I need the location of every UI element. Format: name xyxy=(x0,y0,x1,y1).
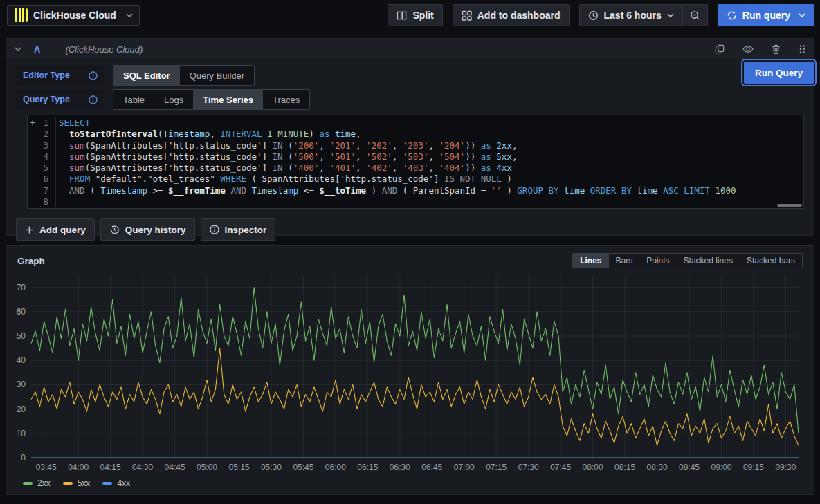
add-query-label: Add query xyxy=(39,225,86,235)
inspector-button[interactable]: Inspector xyxy=(201,218,276,241)
add-query-button[interactable]: Add query xyxy=(16,218,95,241)
line-number: 2 xyxy=(37,129,48,140)
datasource-picker[interactable]: ClickHouse Cloud xyxy=(7,5,140,26)
info-icon xyxy=(210,225,219,234)
gutter-space xyxy=(28,185,37,196)
add-line-icon[interactable]: + xyxy=(28,118,37,129)
legend-label: 2xx xyxy=(37,478,51,488)
legend-swatch xyxy=(23,482,33,485)
query-row-header: A (ClickHouse Cloud) xyxy=(6,39,814,59)
run-query-button[interactable]: Run query xyxy=(718,4,814,26)
time-range-label: Last 6 hours xyxy=(604,10,662,21)
svg-text:08:30: 08:30 xyxy=(647,463,668,472)
zoom-out-time-button[interactable] xyxy=(683,4,708,26)
viz-option-lines[interactable]: Lines xyxy=(573,254,608,268)
legend-swatch xyxy=(102,482,112,485)
query-ref-id[interactable]: A xyxy=(34,44,40,55)
run-query-editor-button[interactable]: Run Query xyxy=(744,62,814,84)
tab-sql-editor[interactable]: SQL Editor xyxy=(113,66,180,85)
svg-text:07:30: 07:30 xyxy=(518,463,539,472)
viz-option-stacked-lines[interactable]: Stacked lines xyxy=(677,254,740,268)
zoom-out-icon xyxy=(690,10,700,21)
chevron-down-icon xyxy=(126,13,133,17)
tab-table[interactable]: Table xyxy=(113,90,154,109)
drag-handle-icon[interactable] xyxy=(799,44,805,54)
tab-traces[interactable]: Traces xyxy=(263,90,309,109)
line-number: 7 xyxy=(37,185,48,196)
gutter-space xyxy=(28,196,37,207)
query-type-switch: Table Logs Time Series Traces xyxy=(113,89,310,110)
svg-text:04:00: 04:00 xyxy=(68,463,89,472)
split-button[interactable]: Split xyxy=(388,4,442,26)
query-history-label: Query history xyxy=(125,225,186,235)
code-line: 8 xyxy=(28,196,803,207)
svg-text:07:00: 07:00 xyxy=(454,463,475,472)
svg-text:03:45: 03:45 xyxy=(36,463,57,472)
graph-title: Graph xyxy=(17,256,45,266)
query-editor-panel: A (ClickHouse Cloud) Run Query Editor Ty… xyxy=(6,38,814,236)
info-icon[interactable] xyxy=(89,71,98,80)
legend-label: 4xx xyxy=(117,478,130,488)
legend-label: 5xx xyxy=(78,478,91,488)
viz-option-stacked-bars[interactable]: Stacked bars xyxy=(740,254,802,268)
svg-text:05:15: 05:15 xyxy=(228,463,249,472)
tab-time-series[interactable]: Time Series xyxy=(193,90,263,109)
svg-text:40: 40 xyxy=(17,355,26,365)
add-to-dashboard-button[interactable]: Add to dashboard xyxy=(453,4,570,26)
line-number: 6 xyxy=(37,174,48,185)
line-number: 8 xyxy=(37,196,48,207)
hide-query-icon[interactable] xyxy=(742,44,754,54)
sync-icon xyxy=(727,10,737,21)
line-number: 5 xyxy=(37,162,48,174)
info-icon[interactable] xyxy=(89,95,98,104)
svg-text:05:30: 05:30 xyxy=(261,463,282,472)
gutter-space xyxy=(28,151,37,162)
run-query-label: Run query xyxy=(742,10,790,21)
gutter-space xyxy=(28,140,37,151)
split-label: Split xyxy=(412,10,433,21)
legend-item-5xx[interactable]: 5xx xyxy=(63,478,91,488)
gutter-space xyxy=(28,129,37,140)
clickhouse-logo-icon xyxy=(14,8,28,22)
chart-legend: 2xx5xx4xx xyxy=(6,476,814,488)
time-range-picker[interactable]: Last 6 hours xyxy=(579,4,683,26)
delete-query-icon[interactable] xyxy=(772,44,781,54)
horizontal-scrollbar[interactable] xyxy=(777,204,802,207)
legend-swatch xyxy=(63,482,73,485)
query-history-button[interactable]: Query history xyxy=(100,218,195,241)
collapse-query-icon[interactable] xyxy=(15,47,21,51)
sql-code-editor[interactable]: +1SELECT2 toStartOfInterval(Timestamp, I… xyxy=(27,115,804,209)
code-line: +1SELECT xyxy=(28,118,803,129)
chevron-down-icon xyxy=(799,13,805,17)
code-line: 7 AND ( Timestamp >= $__fromTime AND Tim… xyxy=(28,185,803,196)
dashboard-grid-icon xyxy=(462,10,472,21)
gutter-space xyxy=(28,174,37,185)
legend-item-4xx[interactable]: 4xx xyxy=(102,478,130,488)
add-to-dashboard-label: Add to dashboard xyxy=(477,10,561,21)
svg-text:20: 20 xyxy=(17,404,26,414)
viz-option-bars[interactable]: Bars xyxy=(609,254,640,268)
inspector-label: Inspector xyxy=(225,225,267,235)
svg-text:07:45: 07:45 xyxy=(550,463,571,472)
history-icon xyxy=(109,225,120,235)
svg-text:06:30: 06:30 xyxy=(390,463,410,472)
svg-text:06:00: 06:00 xyxy=(325,463,346,472)
plus-icon xyxy=(25,225,34,234)
svg-text:04:30: 04:30 xyxy=(132,463,153,472)
viz-option-points[interactable]: Points xyxy=(639,254,676,268)
svg-text:30: 30 xyxy=(17,380,26,389)
line-number: 3 xyxy=(37,140,48,151)
query-datasource-hint: (ClickHouse Cloud) xyxy=(65,44,143,55)
legend-item-2xx[interactable]: 2xx xyxy=(23,478,51,488)
svg-text:05:45: 05:45 xyxy=(293,463,313,472)
viz-type-toggle: LinesBarsPointsStacked linesStacked bars xyxy=(572,253,803,268)
svg-text:09:15: 09:15 xyxy=(743,463,764,472)
duplicate-query-icon[interactable] xyxy=(715,44,725,54)
tab-query-builder[interactable]: Query Builder xyxy=(180,66,254,85)
svg-text:70: 70 xyxy=(17,283,26,292)
svg-text:08:15: 08:15 xyxy=(614,463,635,472)
svg-text:08:00: 08:00 xyxy=(583,463,603,472)
svg-text:60: 60 xyxy=(17,307,26,317)
tab-logs[interactable]: Logs xyxy=(154,90,193,109)
timeseries-chart[interactable]: 01020304050607003:4504:0004:1504:3004:45… xyxy=(6,271,814,476)
